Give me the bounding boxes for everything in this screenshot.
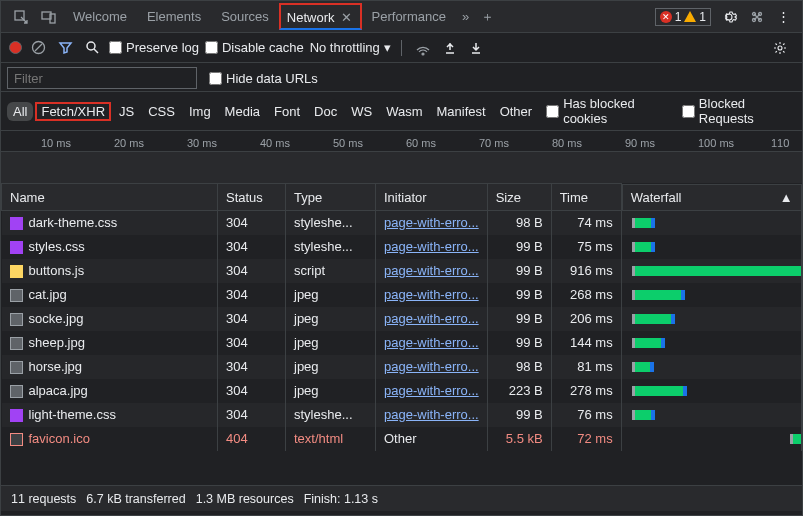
type-other[interactable]: Other	[494, 102, 539, 121]
type-all[interactable]: All	[7, 102, 33, 121]
request-status: 304	[218, 283, 286, 307]
request-size: 99 B	[487, 403, 551, 427]
tab-sources[interactable]: Sources	[211, 2, 279, 31]
initiator-link[interactable]: page-with-erro...	[384, 263, 479, 278]
waterfall-bar	[630, 406, 793, 424]
type-wasm[interactable]: Wasm	[380, 102, 428, 121]
tab-elements[interactable]: Elements	[137, 2, 211, 31]
waterfall-bar	[630, 430, 793, 448]
request-size: 99 B	[487, 307, 551, 331]
type-manifest[interactable]: Manifest	[430, 102, 491, 121]
request-row[interactable]: horse.jpg304jpegpage-with-erro...98 B81 …	[2, 355, 802, 379]
initiator-link[interactable]: page-with-erro...	[384, 311, 479, 326]
request-row[interactable]: buttons.js304scriptpage-with-erro...99 B…	[2, 259, 802, 283]
timeline-tick: 20 ms	[114, 137, 144, 149]
initiator-link[interactable]: page-with-erro...	[384, 359, 479, 374]
col-name[interactable]: Name	[2, 184, 218, 211]
timeline-tick: 60 ms	[406, 137, 436, 149]
search-icon[interactable]	[82, 37, 103, 58]
request-type: styleshe...	[286, 211, 376, 235]
error-count: 1	[675, 10, 682, 24]
device-toggle-icon[interactable]	[35, 3, 63, 31]
tab-network[interactable]: Network	[285, 7, 337, 28]
initiator-text: Other	[384, 431, 417, 446]
waterfall-bar	[630, 382, 793, 400]
hide-data-urls-checkbox[interactable]: Hide data URLs	[209, 71, 318, 86]
error-dot-icon: ✕	[660, 11, 672, 23]
initiator-link[interactable]: page-with-erro...	[384, 335, 479, 350]
request-time: 278 ms	[551, 379, 621, 403]
timeline-tick: 10 ms	[41, 137, 71, 149]
request-type: jpeg	[286, 331, 376, 355]
filter-icon[interactable]	[55, 37, 76, 58]
type-doc[interactable]: Doc	[308, 102, 343, 121]
tab-welcome[interactable]: Welcome	[63, 2, 137, 31]
import-har-icon[interactable]	[440, 38, 460, 58]
inspect-icon[interactable]	[7, 3, 35, 31]
blocked-cookies-checkbox[interactable]: Has blocked cookies	[546, 96, 674, 126]
initiator-link[interactable]: page-with-erro...	[384, 287, 479, 302]
record-button[interactable]	[9, 41, 22, 54]
col-size[interactable]: Size	[487, 184, 551, 211]
request-status: 404	[218, 427, 286, 451]
col-type[interactable]: Type	[286, 184, 376, 211]
col-time[interactable]: Time	[551, 184, 621, 211]
settings-icon[interactable]	[715, 5, 743, 29]
type-font[interactable]: Font	[268, 102, 306, 121]
throttling-select[interactable]: No throttling ▾	[310, 40, 391, 55]
network-toolbar: Preserve log Disable cache No throttling…	[1, 33, 802, 63]
tab-performance[interactable]: Performance	[362, 2, 456, 31]
file-icon	[10, 337, 23, 350]
request-row[interactable]: styles.css304styleshe...page-with-erro..…	[2, 235, 802, 259]
network-conditions-icon[interactable]	[412, 37, 434, 59]
file-icon	[10, 289, 23, 302]
request-time: 206 ms	[551, 307, 621, 331]
request-type: jpeg	[286, 307, 376, 331]
disable-cache-checkbox[interactable]: Disable cache	[205, 40, 304, 55]
close-tab-icon[interactable]: ✕	[337, 10, 356, 25]
type-css[interactable]: CSS	[142, 102, 181, 121]
network-settings-icon[interactable]	[766, 36, 794, 60]
type-js[interactable]: JS	[113, 102, 140, 121]
initiator-link[interactable]: page-with-erro...	[384, 215, 479, 230]
request-row[interactable]: favicon.ico404text/htmlOther5.5 kB72 ms	[2, 427, 802, 451]
timeline-tick: 80 ms	[552, 137, 582, 149]
kebab-menu-icon[interactable]: ⋮	[771, 5, 796, 28]
initiator-link[interactable]: page-with-erro...	[384, 383, 479, 398]
request-row[interactable]: socke.jpg304jpegpage-with-erro...99 B206…	[2, 307, 802, 331]
experiments-icon[interactable]	[743, 5, 771, 29]
filter-input[interactable]	[7, 67, 197, 89]
request-type: text/html	[286, 427, 376, 451]
type-img[interactable]: Img	[183, 102, 217, 121]
request-row[interactable]: light-theme.css304styleshe...page-with-e…	[2, 403, 802, 427]
overview-timeline[interactable]: 10 ms20 ms30 ms40 ms50 ms60 ms70 ms80 ms…	[1, 131, 802, 183]
issues-badge[interactable]: ✕ 1 1	[655, 8, 711, 26]
waterfall-bar	[630, 286, 793, 304]
col-waterfall[interactable]: Waterfall ▲	[622, 184, 802, 211]
preserve-log-checkbox[interactable]: Preserve log	[109, 40, 199, 55]
timeline-tick: 90 ms	[625, 137, 655, 149]
export-har-icon[interactable]	[466, 38, 486, 58]
more-tabs-icon[interactable]: »	[456, 3, 475, 30]
request-row[interactable]: dark-theme.css304styleshe...page-with-er…	[2, 211, 802, 235]
type-ws[interactable]: WS	[345, 102, 378, 121]
request-row[interactable]: cat.jpg304jpegpage-with-erro...99 B268 m…	[2, 283, 802, 307]
add-tab-icon[interactable]: ＋	[475, 2, 500, 32]
blocked-requests-label: Blocked Requests	[699, 96, 796, 126]
request-row[interactable]: sheep.jpg304jpegpage-with-erro...99 B144…	[2, 331, 802, 355]
col-initiator[interactable]: Initiator	[376, 184, 488, 211]
clear-icon[interactable]	[28, 37, 49, 58]
request-size: 99 B	[487, 235, 551, 259]
svg-point-10	[778, 46, 782, 50]
initiator-link[interactable]: page-with-erro...	[384, 239, 479, 254]
initiator-link[interactable]: page-with-erro...	[384, 407, 479, 422]
col-status[interactable]: Status	[218, 184, 286, 211]
blocked-requests-checkbox[interactable]: Blocked Requests	[682, 96, 796, 126]
type-fetch-xhr[interactable]: Fetch/XHR	[35, 102, 111, 121]
request-row[interactable]: alpaca.jpg304jpegpage-with-erro...223 B2…	[2, 379, 802, 403]
request-type: script	[286, 259, 376, 283]
request-status: 304	[218, 235, 286, 259]
warning-count: 1	[699, 10, 706, 24]
table-header-row: Name Status Type Initiator Size Time Wat…	[2, 184, 802, 211]
type-media[interactable]: Media	[219, 102, 266, 121]
